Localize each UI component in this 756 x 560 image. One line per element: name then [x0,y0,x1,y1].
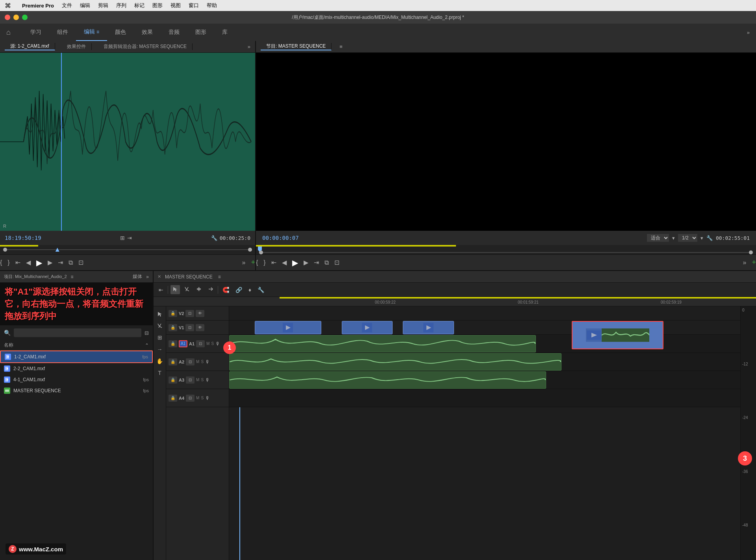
mark-out-icon[interactable]: } [7,259,9,266]
a2-mic-icon[interactable]: 🎙 [205,359,210,365]
prog-extract-icon[interactable]: ⊡ [334,259,339,266]
nav-assembly[interactable]: 组件 [49,24,76,41]
audio-clip-a2[interactable] [229,353,561,371]
timeline-menu-icon[interactable]: ≡ [218,274,221,280]
source-playhead-thumb[interactable] [56,248,59,252]
prog-more-icon[interactable]: » [743,259,747,266]
track-select-tool[interactable] [206,285,215,294]
v1-eye-btn[interactable]: 👁 [196,324,204,331]
video-clip-1[interactable] [255,321,321,334]
razor-tool[interactable] [182,285,192,294]
panel-menu-icon[interactable]: » [248,44,250,50]
maximize-button[interactable] [22,15,28,20]
snap-tool[interactable]: 🧲 [220,286,231,294]
a4-lock-btn[interactable]: 🔒 [169,395,177,402]
go-to-in-icon[interactable]: ⇤ [15,259,20,266]
search-icon[interactable]: 🔍 [4,330,11,336]
wrench-icon[interactable]: 🔧 [211,235,217,241]
timeline-back-icon[interactable]: ⇤ [157,286,165,294]
video-clip-3[interactable] [403,321,454,334]
a3-lock-btn[interactable]: 🔒 [169,376,177,384]
home-button[interactable]: ⌂ [6,28,11,37]
a4-mute-btn[interactable]: M [196,396,199,400]
more-controls-icon[interactable]: » [242,259,246,266]
a3-sync-btn[interactable]: ⊡ [186,376,195,384]
linked-select-tool[interactable]: 🔗 [233,286,244,294]
source-tab[interactable]: 源: 1-2_CAM1.mxf [5,43,55,50]
prog-lift-icon[interactable]: ⧉ [324,259,329,266]
menu-help[interactable]: 帮助 [207,2,217,9]
prog-mark-out-icon[interactable]: } [263,259,265,266]
tl-razor-icon[interactable] [155,321,165,331]
nav-graphics[interactable]: 图形 [187,24,214,41]
a4-mic-icon[interactable]: 🎙 [205,395,210,401]
file-item-4[interactable]: MASTER SEQUENCE fps [0,385,153,396]
add-icon[interactable]: + [251,258,255,267]
menu-edit[interactable]: 编辑 [80,2,90,9]
menu-file[interactable]: 文件 [62,2,72,9]
video-clip-highlighted[interactable] [572,321,664,349]
file-item-2[interactable]: 2-2_CAM1.mxf [0,363,153,374]
overwrite-icon[interactable]: ⊡ [78,259,83,266]
prog-go-to-out-icon[interactable]: ⇥ [314,259,319,266]
a1-mic-icon[interactable]: 🎙 [215,341,220,347]
nav-library[interactable]: 库 [214,24,235,41]
a4-sync-btn[interactable]: ⊡ [186,395,195,402]
step-forward-icon[interactable]: ▶ [48,259,52,266]
tl-hand-icon[interactable]: ✋ [155,356,165,366]
a1-solo-btn[interactable]: S [211,341,214,346]
a2-solo-btn[interactable]: S [201,360,204,364]
ripple-tool[interactable] [194,285,204,294]
nav-effects[interactable]: 效果 [134,24,161,41]
media-tab[interactable]: 媒体 [133,273,142,280]
a2-sync-btn[interactable]: ⊡ [186,358,195,365]
file-item-1[interactable]: 1-2_CAM1.mxf fps [0,350,153,363]
tl-selection-icon[interactable] [155,309,165,319]
fit-select[interactable]: 适合 [647,234,669,242]
v2-sync-btn[interactable]: ⊡ [185,310,194,317]
list-view-icon[interactable]: ⊟ [145,330,149,336]
apple-logo-icon[interactable]: ⌘ [5,2,11,9]
timeline-close-icon[interactable]: ✕ [158,274,161,279]
nav-color[interactable]: 颜色 [107,24,134,41]
prog-step-forward-icon[interactable]: ▶ [304,259,308,266]
project-menu-icon[interactable]: ≡ [71,274,74,280]
nav-audio[interactable]: 音频 [161,24,187,41]
effects-controls-tab[interactable]: 效果控件 [61,43,92,50]
a3-mic-icon[interactable]: 🎙 [205,377,210,383]
a2-lock-btn[interactable]: 🔒 [169,358,177,365]
prog-add-icon[interactable]: + [752,258,756,267]
a3-solo-btn[interactable]: S [201,378,204,382]
prog-go-to-in-icon[interactable]: ⇤ [271,259,276,266]
source-timecode[interactable]: 18:19:50:19 [5,235,41,241]
panel-expand-icon[interactable]: » [146,274,149,280]
nav-learn[interactable]: 学习 [22,24,49,41]
nav-more-icon[interactable]: » [747,30,750,35]
tl-track-icon[interactable]: → [155,344,165,354]
prog-mark-in-icon[interactable]: { [256,259,258,266]
menu-marker[interactable]: 标记 [134,2,145,9]
add-marker-tool[interactable]: ♦ [246,286,253,294]
selection-tool[interactable] [170,285,180,294]
video-clip-2[interactable] [342,321,393,334]
file-item-3[interactable]: 4-1_CAM1.mxf fps [0,374,153,385]
v2-eye-btn[interactable]: 👁 [196,310,204,317]
resolution-select[interactable]: 1/2 [678,234,697,242]
a1-sync-btn[interactable]: ⊡ [196,340,205,347]
a2-mute-btn[interactable]: M [196,360,199,364]
v1-lock-btn[interactable]: 🔒 [169,324,177,331]
a4-solo-btn[interactable]: S [201,396,204,400]
project-search-input[interactable] [14,328,141,337]
a1-source-select-btn[interactable]: A1 [179,340,187,347]
menu-view[interactable]: 视图 [170,2,181,9]
tl-text-icon[interactable]: T [155,368,165,378]
settings-icon[interactable]: 🔧 [706,235,713,241]
minimize-button[interactable] [13,15,19,20]
program-timecode[interactable]: 00:00:00:07 [262,235,299,241]
program-menu-icon[interactable]: ≡ [339,44,343,50]
a3-mute-btn[interactable]: M [196,378,199,382]
audio-clip-a3[interactable] [229,371,546,389]
step-back-icon[interactable]: ◀ [26,259,31,266]
audio-mixer-tab[interactable]: 音频剪辑混合器: MASTER SEQUENCE [98,43,193,50]
a1-lock-btn[interactable]: 🔒 [169,340,177,347]
